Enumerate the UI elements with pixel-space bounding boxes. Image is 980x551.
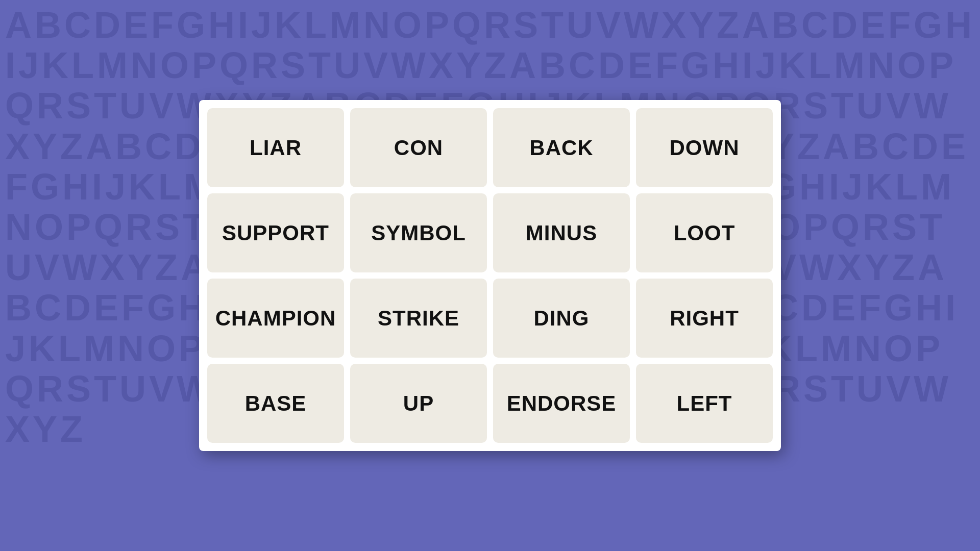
- word-label-liar: LIAR: [250, 136, 302, 160]
- word-card-support[interactable]: SUPPORT: [207, 193, 344, 272]
- word-label-left: LEFT: [677, 391, 732, 416]
- word-card-endorse[interactable]: ENDORSE: [493, 364, 630, 443]
- word-card-base[interactable]: BASE: [207, 364, 344, 443]
- word-label-loot: LOOT: [674, 221, 736, 245]
- word-label-up: UP: [403, 391, 434, 416]
- word-label-support: SUPPORT: [222, 221, 329, 245]
- word-label-right: RIGHT: [670, 306, 739, 331]
- word-card-back[interactable]: BACK: [493, 108, 630, 187]
- word-label-endorse: ENDORSE: [507, 391, 617, 416]
- word-card-down[interactable]: DOWN: [636, 108, 773, 187]
- word-card-symbol[interactable]: SYMBOL: [350, 193, 487, 272]
- word-card-ding[interactable]: DING: [493, 279, 630, 358]
- word-card-loot[interactable]: LOOT: [636, 193, 773, 272]
- word-card-left[interactable]: LEFT: [636, 364, 773, 443]
- word-label-con: CON: [394, 136, 443, 160]
- word-label-strike: STRIKE: [378, 306, 459, 331]
- word-card-con[interactable]: CON: [350, 108, 487, 187]
- word-card-minus[interactable]: MINUS: [493, 193, 630, 272]
- word-label-ding: DING: [534, 306, 590, 331]
- word-card-up[interactable]: UP: [350, 364, 487, 443]
- word-label-champion: CHAMPION: [215, 306, 336, 331]
- word-card-right[interactable]: RIGHT: [636, 279, 773, 358]
- word-label-back: BACK: [529, 136, 593, 160]
- word-card-strike[interactable]: STRIKE: [350, 279, 487, 358]
- word-grid-container: LIARCONBACKDOWNSUPPORTSYMBOLMINUSLOOTCHA…: [199, 100, 781, 451]
- word-label-down: DOWN: [670, 136, 740, 160]
- word-label-base: BASE: [245, 391, 307, 416]
- word-label-symbol: SYMBOL: [371, 221, 466, 245]
- word-label-minus: MINUS: [526, 221, 597, 245]
- word-card-liar[interactable]: LIAR: [207, 108, 344, 187]
- word-card-champion[interactable]: CHAMPION: [207, 279, 344, 358]
- word-grid: LIARCONBACKDOWNSUPPORTSYMBOLMINUSLOOTCHA…: [207, 108, 773, 443]
